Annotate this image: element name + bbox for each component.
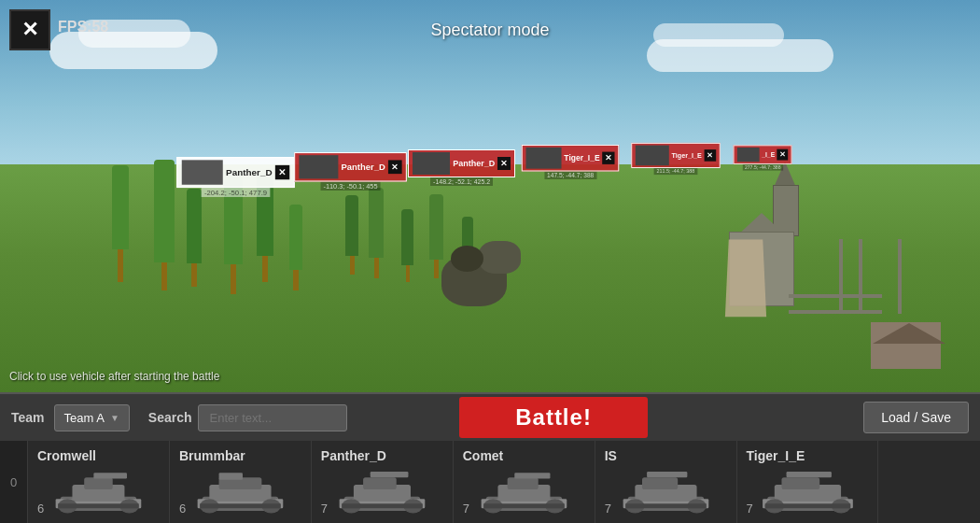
vehicle-count: 6 bbox=[37, 502, 44, 516]
tank-thumbnail bbox=[747, 463, 869, 516]
search-label: Search bbox=[148, 410, 192, 425]
vehicle-name: Brummbar bbox=[179, 448, 245, 463]
svg-rect-43 bbox=[781, 477, 819, 489]
spectator-mode-label: Spectator mode bbox=[430, 21, 549, 40]
vehicle-count: 7 bbox=[321, 502, 328, 516]
team-value: Team A bbox=[64, 411, 105, 425]
tree bbox=[289, 205, 302, 290]
svg-rect-19 bbox=[363, 477, 397, 489]
vehicle-count: 7 bbox=[747, 502, 753, 516]
svg-rect-15 bbox=[200, 503, 281, 508]
game-viewport: ✕ FPS:58 Spectator mode Panther_D ✕ -204… bbox=[0, 0, 980, 392]
vehicle-name: Panther_D bbox=[321, 448, 386, 463]
team-label: Team bbox=[11, 410, 45, 425]
marker-close-icon[interactable]: ✕ bbox=[388, 160, 402, 174]
tank-thumbnail bbox=[37, 463, 160, 516]
marker-close-icon[interactable]: ✕ bbox=[497, 157, 511, 170]
list-number-badge: 0 bbox=[0, 441, 28, 523]
fence-post bbox=[898, 239, 902, 314]
vehicle-list-row: 0 Cromwell 6 Brummbar bbox=[0, 441, 980, 523]
cloud bbox=[653, 23, 784, 47]
tank-thumbnail bbox=[179, 463, 301, 516]
fence-rail bbox=[789, 310, 882, 314]
vehicle-marker[interactable]: Tiger_I_E ✕ 211.5; -44.7; 388 bbox=[631, 142, 720, 174]
svg-rect-12 bbox=[218, 473, 242, 480]
svg-rect-20 bbox=[371, 472, 409, 477]
fence-post bbox=[859, 239, 862, 314]
vehicle-name: IS bbox=[605, 448, 617, 463]
vehicle-count: 6 bbox=[179, 502, 186, 516]
battle-button[interactable]: Battle! bbox=[459, 397, 648, 438]
team-select[interactable]: Team A ▼ bbox=[54, 404, 130, 431]
close-icon: ✕ bbox=[21, 20, 38, 40]
rocks bbox=[441, 255, 507, 306]
load-save-button[interactable]: Load / Save bbox=[863, 402, 969, 433]
tree bbox=[187, 189, 202, 287]
fence-rail bbox=[789, 294, 882, 298]
vehicle-slot-panther-d[interactable]: Panther_D 7 bbox=[312, 441, 454, 523]
bottom-bar: Team Team A ▼ Search Battle! Load / Save… bbox=[0, 392, 980, 523]
vehicle-slot-tiger-ie[interactable]: Tiger_I_E 7 bbox=[737, 441, 879, 523]
search-wrap: Search bbox=[148, 404, 347, 431]
vehicle-slot-cromwell[interactable]: Cromwell 6 bbox=[28, 441, 170, 523]
fence-post bbox=[839, 239, 843, 314]
vehicle-count: 7 bbox=[605, 502, 611, 516]
tree bbox=[345, 195, 358, 275]
vehicle-markers-container: Panther_D ✕ -204.2; -50.1; 477.9 Panther… bbox=[0, 149, 980, 186]
vehicle-count: 7 bbox=[463, 502, 469, 516]
marker-close-icon[interactable]: ✕ bbox=[603, 151, 615, 163]
svg-rect-31 bbox=[483, 503, 565, 508]
vehicle-marker[interactable]: _I_E ✕ 277.5; -44.7; 388 bbox=[734, 145, 792, 170]
vehicle-slot-comet[interactable]: Comet 7 bbox=[454, 441, 595, 523]
svg-rect-27 bbox=[507, 477, 538, 489]
tank-thumbnail bbox=[321, 463, 443, 516]
vehicle-marker[interactable]: Tiger_I_E ✕ 147.5; -44.7; 388 bbox=[522, 145, 620, 179]
tree bbox=[369, 188, 384, 278]
svg-rect-35 bbox=[642, 477, 678, 489]
svg-rect-23 bbox=[342, 503, 423, 508]
click-hint: Click to use vehicle after starting the … bbox=[9, 370, 219, 383]
vehicle-slot-is[interactable]: IS 7 bbox=[595, 441, 737, 523]
vehicle-name: Tiger_I_E bbox=[747, 448, 805, 463]
shed-roof bbox=[873, 323, 945, 344]
svg-rect-36 bbox=[647, 472, 687, 477]
vehicle-marker[interactable]: Panther_D ✕ -110.3; -50.1; 455 bbox=[294, 152, 407, 191]
vehicle-name: Cromwell bbox=[37, 448, 96, 463]
search-input[interactable] bbox=[198, 404, 347, 431]
vehicle-marker[interactable]: Panther_D ✕ -204.2; -50.1; 477.9 bbox=[176, 157, 295, 197]
svg-rect-7 bbox=[58, 503, 139, 508]
svg-rect-4 bbox=[93, 473, 127, 478]
marker-close-icon[interactable]: ✕ bbox=[777, 148, 789, 160]
controls-row: Team Team A ▼ Search Battle! Load / Save bbox=[0, 392, 980, 441]
tank-thumbnail bbox=[605, 463, 727, 516]
svg-rect-39 bbox=[625, 503, 707, 508]
vehicle-marker[interactable]: Panther_D ✕ -148.2; -52.1; 425.2 bbox=[408, 149, 515, 186]
svg-rect-28 bbox=[514, 473, 550, 478]
close-button[interactable]: ✕ bbox=[9, 9, 50, 50]
marker-close-icon[interactable]: ✕ bbox=[704, 149, 716, 162]
fps-counter: FPS:58 bbox=[58, 19, 108, 35]
vehicle-slot-brummbar[interactable]: Brummbar 6 bbox=[170, 441, 312, 523]
vehicle-name: Comet bbox=[463, 448, 504, 463]
tree bbox=[401, 209, 413, 282]
svg-rect-47 bbox=[764, 503, 850, 508]
marker-close-icon[interactable]: ✕ bbox=[275, 164, 289, 178]
road bbox=[725, 240, 766, 318]
svg-rect-44 bbox=[786, 472, 831, 477]
svg-rect-3 bbox=[84, 477, 113, 489]
chevron-down-icon: ▼ bbox=[110, 413, 119, 423]
tank-thumbnail bbox=[463, 463, 585, 516]
